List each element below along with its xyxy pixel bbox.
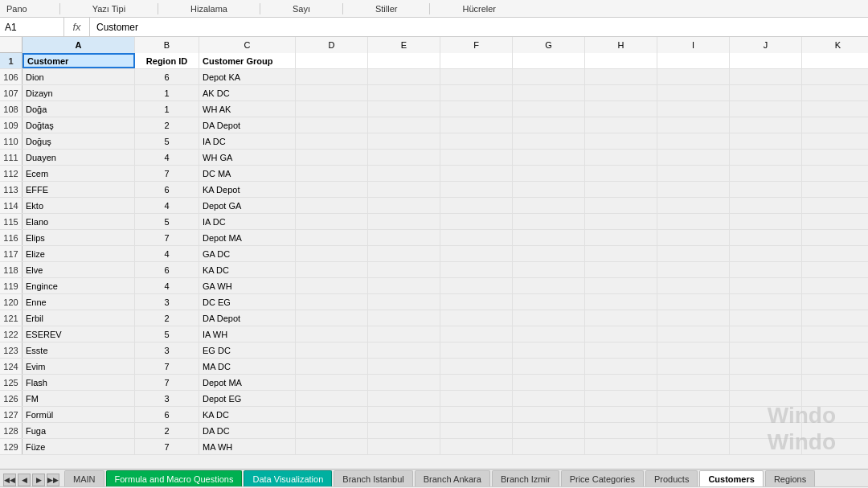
- cell-a107[interactable]: Dizayn: [23, 85, 135, 100]
- cell-d123[interactable]: [296, 342, 368, 358]
- cell-d121[interactable]: [296, 310, 368, 326]
- cell-c106[interactable]: Depot KA: [199, 69, 296, 84]
- cell-f106[interactable]: [440, 69, 513, 84]
- cell-d109[interactable]: [296, 117, 368, 133]
- cell-k108[interactable]: [802, 101, 868, 117]
- cell-h123[interactable]: [585, 342, 657, 358]
- cell-c1[interactable]: Customer Group: [199, 53, 296, 68]
- sheet-tab-branch-ankara[interactable]: Branch Ankara: [415, 470, 490, 486]
- tab-nav-first[interactable]: ◀◀: [3, 474, 16, 486]
- cell-g106[interactable]: [513, 69, 585, 84]
- cell-i118[interactable]: [657, 262, 730, 277]
- cell-k116[interactable]: [802, 230, 868, 245]
- cell-e116[interactable]: [368, 230, 440, 245]
- cell-h115[interactable]: [585, 214, 657, 229]
- cell-f1[interactable]: [440, 53, 513, 68]
- cell-h113[interactable]: [585, 182, 657, 197]
- cell-h107[interactable]: [585, 85, 657, 100]
- cell-b110[interactable]: 5: [135, 133, 199, 149]
- cell-g124[interactable]: [513, 359, 585, 374]
- cell-f119[interactable]: [440, 278, 513, 293]
- cell-k129[interactable]: [802, 439, 868, 454]
- cell-g125[interactable]: [513, 375, 585, 390]
- cell-k113[interactable]: [802, 182, 868, 197]
- cell-g115[interactable]: [513, 214, 585, 229]
- col-header-h[interactable]: H: [585, 37, 657, 53]
- cell-c124[interactable]: MA DC: [199, 359, 296, 374]
- cell-b127[interactable]: 6: [135, 407, 199, 422]
- cell-b1[interactable]: Region ID: [135, 53, 199, 68]
- cell-e109[interactable]: [368, 117, 440, 133]
- cell-f120[interactable]: [440, 294, 513, 310]
- cell-a114[interactable]: Ekto: [23, 198, 135, 213]
- cell-j120[interactable]: [730, 294, 802, 310]
- col-header-j[interactable]: J: [730, 37, 802, 53]
- cell-e125[interactable]: [368, 375, 440, 390]
- cell-b115[interactable]: 5: [135, 214, 199, 229]
- cell-e113[interactable]: [368, 182, 440, 197]
- cell-i111[interactable]: [657, 150, 730, 165]
- cell-f113[interactable]: [440, 182, 513, 197]
- cell-j110[interactable]: [730, 133, 802, 149]
- cell-b113[interactable]: 6: [135, 182, 199, 197]
- cell-g116[interactable]: [513, 230, 585, 245]
- cell-g118[interactable]: [513, 262, 585, 277]
- cell-i109[interactable]: [657, 117, 730, 133]
- cell-e127[interactable]: [368, 407, 440, 422]
- sheet-tab-main[interactable]: MAIN: [64, 470, 104, 486]
- cell-h114[interactable]: [585, 198, 657, 213]
- cell-a129[interactable]: Füze: [23, 439, 135, 454]
- cell-h116[interactable]: [585, 230, 657, 245]
- cell-i106[interactable]: [657, 69, 730, 84]
- cell-a119[interactable]: Engince: [23, 278, 135, 293]
- tab-nav-next[interactable]: ▶: [32, 474, 45, 486]
- cell-i110[interactable]: [657, 133, 730, 149]
- cell-h121[interactable]: [585, 310, 657, 326]
- cell-c121[interactable]: DA Depot: [199, 310, 296, 326]
- cell-f121[interactable]: [440, 310, 513, 326]
- sheet-tab-products[interactable]: Products: [645, 470, 698, 486]
- cell-c116[interactable]: Depot MA: [199, 230, 296, 245]
- cell-d118[interactable]: [296, 262, 368, 277]
- cell-c120[interactable]: DC EG: [199, 294, 296, 310]
- cell-g123[interactable]: [513, 342, 585, 358]
- cell-b107[interactable]: 1: [135, 85, 199, 100]
- cell-a123[interactable]: Esste: [23, 342, 135, 358]
- cell-b128[interactable]: 2: [135, 423, 199, 438]
- cell-d124[interactable]: [296, 359, 368, 374]
- col-header-k[interactable]: K: [802, 37, 868, 53]
- cell-a1[interactable]: Customer: [23, 53, 135, 68]
- sheet-tab-regions[interactable]: Regions: [765, 470, 815, 486]
- cell-i108[interactable]: [657, 101, 730, 117]
- cell-e111[interactable]: [368, 150, 440, 165]
- cell-f108[interactable]: [440, 101, 513, 117]
- cell-g114[interactable]: [513, 198, 585, 213]
- cell-b119[interactable]: 4: [135, 278, 199, 293]
- cell-k1[interactable]: [802, 53, 868, 68]
- cell-f124[interactable]: [440, 359, 513, 374]
- cell-i120[interactable]: [657, 294, 730, 310]
- cell-d115[interactable]: [296, 214, 368, 229]
- cell-c118[interactable]: KA DC: [199, 262, 296, 277]
- cell-d129[interactable]: [296, 439, 368, 454]
- cell-c128[interactable]: DA DC: [199, 423, 296, 438]
- cell-j119[interactable]: [730, 278, 802, 293]
- cell-k123[interactable]: [802, 342, 868, 358]
- cell-f111[interactable]: [440, 150, 513, 165]
- cell-e120[interactable]: [368, 294, 440, 310]
- cell-a117[interactable]: Elize: [23, 246, 135, 261]
- cell-h111[interactable]: [585, 150, 657, 165]
- cell-a110[interactable]: Doğuş: [23, 133, 135, 149]
- cell-a116[interactable]: Elips: [23, 230, 135, 245]
- cell-h119[interactable]: [585, 278, 657, 293]
- cell-h112[interactable]: [585, 166, 657, 181]
- cell-k112[interactable]: [802, 166, 868, 181]
- cell-g122[interactable]: [513, 326, 585, 342]
- cell-b120[interactable]: 3: [135, 294, 199, 310]
- cell-a106[interactable]: Dion: [23, 69, 135, 84]
- cell-f118[interactable]: [440, 262, 513, 277]
- cell-e123[interactable]: [368, 342, 440, 358]
- cell-e129[interactable]: [368, 439, 440, 454]
- cell-c114[interactable]: Depot GA: [199, 198, 296, 213]
- cell-c109[interactable]: DA Depot: [199, 117, 296, 133]
